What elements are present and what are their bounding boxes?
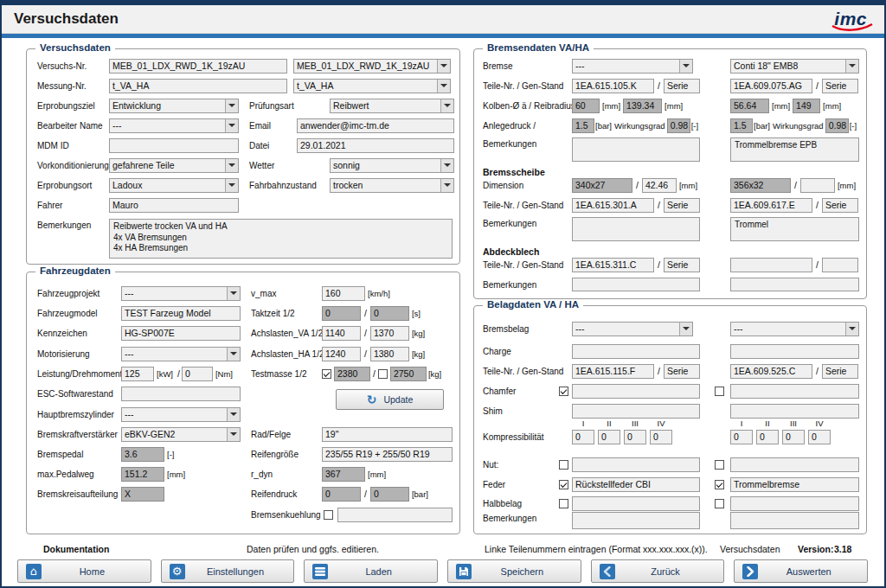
bearbeiter-name-select[interactable]: ---	[109, 118, 239, 133]
charge-ha-input[interactable]	[730, 344, 859, 359]
shim-va-input[interactable]	[572, 404, 700, 419]
kompressibilitaet-va-3-input[interactable]: 0	[624, 430, 646, 444]
bremse-bemerkungen-ha-input[interactable]: Trommelbremse EPB	[730, 137, 859, 162]
mdm-id-input[interactable]	[109, 138, 239, 153]
wetter-select[interactable]: sonnig	[330, 158, 454, 173]
bremsbelag-ha-select[interactable]: ---	[730, 322, 859, 336]
halbbelag-va-input[interactable]	[572, 496, 700, 511]
feder-va-checkbox[interactable]	[559, 480, 568, 489]
drehmoment-nm-input[interactable]: 0	[182, 367, 213, 381]
belag-bemerkungen-ha-input[interactable]	[730, 512, 859, 529]
motorisierung-select[interactable]: ---	[121, 347, 241, 361]
chamfer-va-checkbox[interactable]	[559, 387, 568, 396]
versuchs-nr-input[interactable]: MEB_01_LDX_RWD_1K_19zAU	[109, 59, 287, 74]
belag-gen-stand-va-input[interactable]: Serie	[664, 364, 700, 379]
vorkonditionierung-select[interactable]: gefahrene Teile	[109, 158, 239, 173]
nut-va-checkbox[interactable]	[559, 460, 568, 470]
blech-teile-nr-va-input[interactable]: 1EA.615.311.C	[572, 258, 654, 272]
dimension-2-ha-input[interactable]	[800, 178, 835, 193]
scheibe-teile-nr-ha-input[interactable]: 1EA.609.617.E	[730, 198, 812, 213]
feder-va-input[interactable]: Rückstellfeder CBI	[572, 477, 700, 492]
blech-bemerkungen-va-input[interactable]	[572, 278, 700, 291]
chamfer-va-input[interactable]	[572, 384, 700, 399]
pruefungsart-select[interactable]: Reibwert	[330, 99, 454, 113]
scheibe-gen-stand-va-input[interactable]: Serie	[664, 198, 700, 213]
belag-teile-nr-ha-input[interactable]: 1EA.609.525.C	[730, 364, 812, 379]
nut-va-input[interactable]	[572, 457, 700, 472]
halbbelag-ha-input[interactable]	[730, 496, 859, 511]
blech-bemerkungen-ha-input[interactable]	[730, 278, 859, 291]
hauptbremszylinder-select[interactable]: ---	[121, 407, 241, 422]
fahrzeugmodel-input[interactable]: TEST Farzeug Model	[121, 306, 241, 321]
scheibe-gen-stand-ha-input[interactable]: Serie	[822, 198, 858, 213]
esc-softwarestand-input[interactable]	[121, 387, 241, 401]
bremsenkuehlung-input[interactable]	[337, 508, 453, 522]
auswerten-button[interactable]: Auswerten	[734, 559, 868, 583]
bemerkungen-textarea[interactable]: Reibwerte trocken VA und HA 4x VA Bremsu…	[109, 219, 453, 259]
testmasse-1-checkbox[interactable]	[322, 369, 331, 379]
messung-nr-input[interactable]: t_VA_HA	[109, 79, 287, 93]
kompressibilitaet-ha-4-input[interactable]: 0	[808, 430, 831, 444]
scheibe-teile-nr-va-input[interactable]: 1EA.615.301.A	[572, 198, 654, 213]
charge-va-input[interactable]	[572, 344, 700, 359]
erprobungsziel-select[interactable]: Entwicklung	[109, 99, 239, 113]
bremse-va-select[interactable]: ---	[572, 59, 693, 74]
v-max-input[interactable]: 160	[322, 286, 365, 301]
nut-ha-input[interactable]	[730, 457, 859, 472]
chamfer-ha-input[interactable]	[730, 384, 859, 399]
feder-ha-checkbox[interactable]	[715, 480, 724, 489]
chamfer-ha-checkbox[interactable]	[715, 387, 724, 396]
reifengroesse-input[interactable]: 235/55 R19 + 255/50 R19	[322, 447, 453, 462]
belag-teile-nr-va-input[interactable]: 1EA.615.115.F	[572, 364, 654, 379]
kompressibilitaet-va-1-input[interactable]: 0	[572, 430, 594, 444]
belag-gen-stand-ha-input[interactable]: Serie	[822, 364, 858, 379]
fahrbahnzustand-select[interactable]: trocken	[330, 178, 454, 193]
scheibe-bemerkungen-ha-input[interactable]: Trommel	[730, 217, 859, 241]
belag-bemerkungen-va-input[interactable]	[572, 512, 700, 529]
blech-gen-stand-va-input[interactable]: Serie	[664, 258, 700, 272]
bremsenkuehlung-checkbox[interactable]	[324, 510, 333, 520]
achslast-ha-1-input[interactable]: 1240	[322, 347, 361, 361]
dimension-2-va-input[interactable]: 42.46	[642, 178, 677, 193]
achslast-va-2-input[interactable]: 1370	[370, 326, 409, 341]
zurueck-button[interactable]: Zurück	[591, 559, 725, 583]
laden-button[interactable]: Laden	[304, 559, 438, 583]
versuchs-nr-select[interactable]: MEB_01_LDX_RWD_1K_19zAU	[293, 59, 451, 74]
kennzeichen-input[interactable]: HG-SP007E	[121, 326, 241, 341]
gen-stand-va-input[interactable]: Serie	[664, 79, 700, 93]
halbbelag-va-checkbox[interactable]	[559, 499, 568, 508]
datei-input[interactable]: 29.01.2021	[297, 138, 454, 153]
email-input[interactable]: anwender@imc-tm.de	[297, 118, 454, 133]
teile-nr-ha-input[interactable]: 1EA.609.075.AG	[730, 79, 812, 93]
nut-ha-checkbox[interactable]	[715, 460, 724, 470]
einstellungen-button[interactable]: ⚙ Einstellungen	[161, 559, 295, 583]
gen-stand-ha-input[interactable]: Serie	[822, 79, 858, 93]
kompressibilitaet-va-2-input[interactable]: 0	[598, 430, 620, 444]
bremse-ha-select[interactable]: Conti 18" EMB8	[730, 59, 859, 74]
leistung-kw-input[interactable]: 125	[121, 367, 154, 381]
speichern-button[interactable]: Speichern	[447, 559, 581, 583]
erprobungsort-select[interactable]: Ladoux	[109, 178, 239, 193]
achslast-va-1-input[interactable]: 1140	[322, 326, 361, 341]
achslast-ha-2-input[interactable]: 1380	[370, 347, 409, 361]
feder-ha-input[interactable]: Trommelbremse	[730, 477, 859, 492]
teile-nr-va-input[interactable]: 1EA.615.105.K	[572, 79, 654, 93]
bremskraftverstaerker-select[interactable]: eBKV-GEN2	[121, 427, 241, 442]
bremsbelag-va-select[interactable]: ---	[572, 322, 693, 336]
testmasse-2-checkbox[interactable]	[378, 369, 388, 379]
halbbelag-ha-checkbox[interactable]	[715, 499, 724, 508]
kompressibilitaet-ha-2-input[interactable]: 0	[756, 430, 779, 444]
kompressibilitaet-va-4-input[interactable]: 0	[650, 430, 672, 444]
home-button[interactable]: ⌂ Home	[17, 559, 151, 583]
fahrzeugprojekt-select[interactable]: ---	[121, 286, 241, 301]
scheibe-bemerkungen-va-input[interactable]	[572, 217, 700, 241]
shim-ha-input[interactable]	[730, 404, 859, 419]
kompressibilitaet-ha-3-input[interactable]: 0	[782, 430, 805, 444]
kompressibilitaet-ha-1-input[interactable]: 0	[730, 430, 753, 444]
fahrer-input[interactable]: Mauro	[109, 198, 239, 213]
bremse-bemerkungen-va-input[interactable]	[572, 137, 700, 162]
rad-felge-input[interactable]: 19"	[322, 427, 453, 442]
messung-nr-select[interactable]: t_VA_HA	[293, 79, 451, 93]
blech-gen-stand-ha-input[interactable]	[822, 258, 858, 272]
blech-teile-nr-ha-input[interactable]	[730, 258, 812, 272]
